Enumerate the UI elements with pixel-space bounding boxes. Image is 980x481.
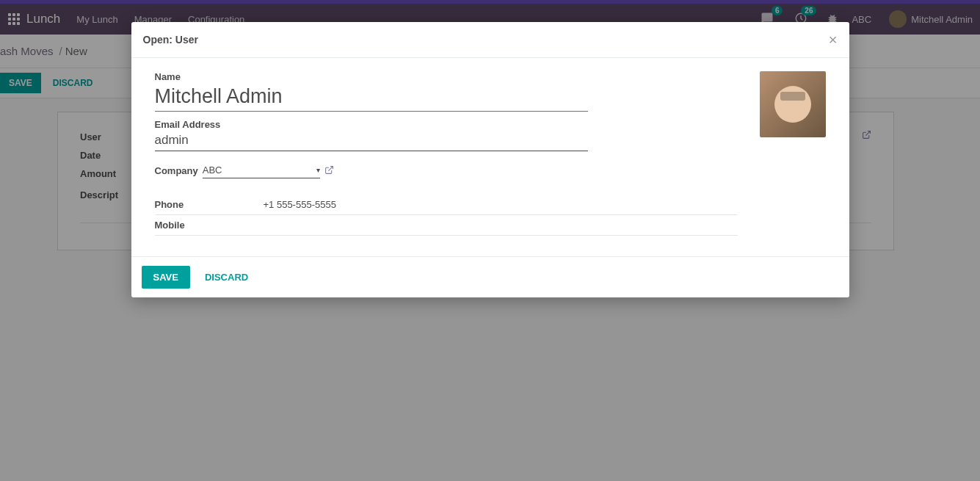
company-label: Company (155, 165, 198, 176)
company-value: ABC (203, 164, 222, 176)
email-label: Email Address (155, 119, 588, 130)
chevron-down-icon: ▾ (316, 166, 320, 174)
name-input[interactable] (155, 84, 588, 112)
modal-footer: SAVE DISCARD (131, 256, 849, 297)
mobile-input[interactable] (264, 215, 738, 235)
close-icon[interactable]: × (829, 32, 838, 47)
email-input[interactable] (155, 131, 588, 151)
phone-input[interactable] (264, 195, 738, 214)
svg-line-2 (328, 166, 333, 170)
name-label: Name (155, 71, 588, 82)
phone-label: Phone (155, 195, 264, 214)
modal-title: Open: User (143, 34, 198, 46)
user-modal: Open: User × Name Email Address Company … (131, 22, 849, 297)
modal-header: Open: User × (131, 22, 849, 58)
company-external-link-icon[interactable] (324, 165, 334, 177)
mobile-label: Mobile (155, 215, 264, 235)
company-select[interactable]: ABC ▾ (203, 163, 320, 178)
save-button[interactable]: SAVE (142, 266, 190, 289)
user-photo[interactable] (760, 71, 826, 137)
discard-button[interactable]: DISCARD (196, 266, 257, 289)
